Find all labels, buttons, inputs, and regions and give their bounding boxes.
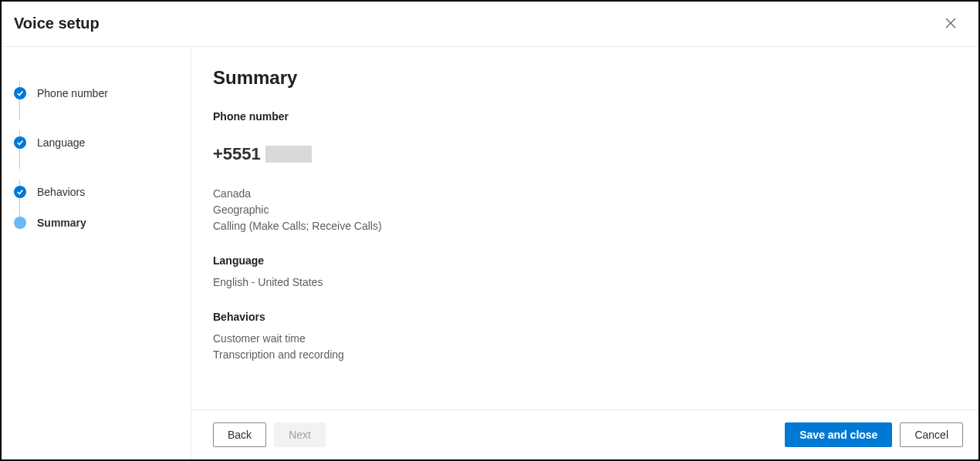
redacted-block bbox=[265, 146, 312, 163]
dialog-header: Voice setup bbox=[2, 2, 978, 47]
step-label: Behaviors bbox=[37, 186, 85, 198]
save-and-close-button[interactable]: Save and close bbox=[785, 422, 892, 447]
steps-list: Phone number Language Behaviors bbox=[14, 69, 178, 229]
step-phone-number[interactable]: Phone number bbox=[14, 69, 178, 118]
close-button[interactable] bbox=[938, 11, 963, 35]
behaviors-section-label: Behaviors bbox=[213, 311, 957, 323]
language-value: English - United States bbox=[213, 274, 957, 291]
step-language[interactable]: Language bbox=[14, 118, 178, 167]
close-icon bbox=[945, 17, 957, 29]
phone-country: Canada bbox=[213, 186, 957, 202]
cancel-button[interactable]: Cancel bbox=[900, 422, 963, 447]
phone-number-value: +5551 bbox=[213, 144, 261, 164]
current-step-icon bbox=[14, 217, 26, 229]
step-summary[interactable]: Summary bbox=[14, 217, 178, 229]
summary-content: Summary Phone number +5551 Canada Geogra… bbox=[191, 47, 978, 409]
wizard-steps-sidebar: Phone number Language Behaviors bbox=[2, 47, 191, 459]
phone-type: Geographic bbox=[213, 202, 957, 218]
checkmark-icon bbox=[14, 136, 26, 149]
footer-left-buttons: Back Next bbox=[213, 422, 326, 447]
content-panel: Summary Phone number +5551 Canada Geogra… bbox=[191, 47, 978, 459]
page-title: Summary bbox=[213, 67, 957, 89]
phone-capabilities: Calling (Make Calls; Receive Calls) bbox=[213, 218, 957, 234]
behavior-item: Customer wait time bbox=[213, 331, 957, 347]
dialog-body: Phone number Language Behaviors bbox=[2, 47, 978, 459]
phone-number-display: +5551 bbox=[213, 144, 957, 164]
checkmark-icon bbox=[14, 87, 26, 99]
behavior-item: Transcription and recording bbox=[213, 347, 957, 363]
step-label: Language bbox=[37, 136, 85, 149]
wizard-footer: Back Next Save and close Cancel bbox=[191, 409, 978, 459]
dialog-title: Voice setup bbox=[14, 15, 100, 32]
footer-right-buttons: Save and close Cancel bbox=[785, 422, 963, 447]
phone-section-label: Phone number bbox=[213, 110, 957, 123]
language-section-label: Language bbox=[213, 254, 957, 267]
step-label: Summary bbox=[37, 217, 86, 229]
step-label: Phone number bbox=[37, 87, 108, 99]
back-button[interactable]: Back bbox=[213, 422, 266, 447]
voice-setup-dialog: Voice setup Phone number bbox=[0, 0, 980, 461]
next-button: Next bbox=[274, 422, 326, 447]
step-behaviors[interactable]: Behaviors bbox=[14, 167, 178, 217]
checkmark-icon bbox=[14, 186, 26, 198]
